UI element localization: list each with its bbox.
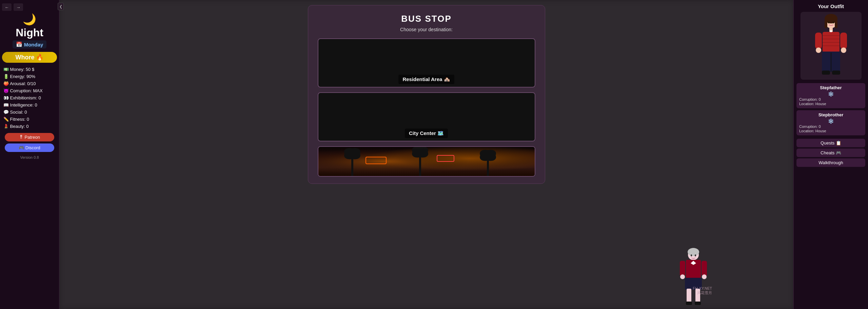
- svg-rect-61: [686, 302, 692, 305]
- time-label: Night: [16, 26, 43, 39]
- watermark-site: FH-XY.NET: [693, 286, 712, 290]
- svg-rect-80: [815, 33, 822, 49]
- svg-point-83: [841, 47, 846, 53]
- right-sidebar: Your Outfit: [793, 0, 868, 309]
- stat-fitness: ✏️ Fitness: 0: [2, 116, 57, 122]
- svg-point-88: [828, 21, 829, 23]
- watermark-brand: 风花雪月: [693, 290, 712, 295]
- walkthrough-button[interactable]: Walkthrough: [796, 158, 865, 167]
- left-sidebar: ← → ❮ 🌙 Night 📅 Monday Whore 🔥 💵 Money: …: [0, 0, 59, 309]
- stepfather-name: Stepfather: [799, 85, 863, 90]
- svg-rect-63: [680, 261, 685, 276]
- svg-rect-86: [822, 71, 830, 75]
- day-badge: 📅 Monday: [13, 40, 47, 49]
- stat-intelligence: 📖 Intelligence: 0: [2, 102, 57, 108]
- stepbrother-name: Stepbrother: [799, 112, 863, 117]
- svg-rect-81: [840, 33, 847, 49]
- back-button[interactable]: ←: [2, 3, 12, 11]
- svg-point-68: [695, 254, 696, 256]
- day-emoji: 📅: [16, 41, 22, 47]
- svg-rect-71: [825, 20, 827, 28]
- stepbrother-location: Location: House: [799, 129, 863, 133]
- watermark: FH-XY.NET 风花雪月: [693, 286, 712, 295]
- stat-corruption: 😈 Corruption: MAX: [2, 88, 57, 94]
- collapse-sidebar-button[interactable]: ❮: [58, 3, 64, 10]
- city-center-button[interactable]: City Center 🗺️: [318, 92, 535, 141]
- moon-icon: 🌙: [23, 13, 36, 26]
- whore-button[interactable]: Whore 🔥: [2, 52, 57, 63]
- residential-area-label: Residential Area 🏘️: [398, 75, 454, 84]
- svg-point-89: [832, 21, 834, 23]
- cheats-button[interactable]: Cheats 🎮: [796, 149, 865, 157]
- stepbrother-corruption: Corruption: 0: [799, 124, 863, 129]
- stat-social: 💬 Social: 0: [2, 109, 57, 115]
- svg-point-90: [830, 30, 832, 32]
- stepfather-corruption: Corruption: 0: [799, 97, 863, 101]
- svg-point-82: [816, 47, 821, 53]
- version-label: Version 0.8: [20, 155, 39, 159]
- night-image: [318, 147, 535, 176]
- night-district-button[interactable]: [318, 146, 535, 177]
- svg-rect-75: [823, 32, 840, 52]
- svg-rect-64: [702, 261, 707, 276]
- svg-point-55: [688, 248, 699, 256]
- day-label: Monday: [24, 42, 43, 47]
- stepbrother-card: Stepbrother ❄️ Corruption: 0 Location: H…: [796, 110, 865, 135]
- bus-stop-title: BUS STOP: [401, 14, 451, 24]
- forward-button[interactable]: →: [14, 3, 23, 11]
- svg-point-65: [680, 274, 685, 279]
- svg-point-67: [691, 254, 692, 256]
- stepfather-card: Stepfather ❄️ Corruption: 0 Location: Ho…: [796, 83, 865, 108]
- outfit-image-box: [801, 12, 862, 80]
- svg-rect-62: [695, 302, 701, 305]
- stepbrother-snowflake: ❄️: [799, 118, 863, 124]
- stat-energy: 🔋 Energy: 90%: [2, 73, 57, 80]
- city-center-label: City Center 🗺️: [405, 129, 448, 138]
- svg-rect-87: [832, 71, 840, 75]
- residential-area-button[interactable]: Residential Area 🏘️: [318, 38, 535, 88]
- stat-arousal: 🍑 Arousal: 0/10: [2, 80, 57, 87]
- patreon-button[interactable]: 🎖 Patreon: [5, 133, 54, 141]
- stat-beauty: 💄 Beauty: 0: [2, 123, 57, 130]
- bus-stop-subtitle: Choose your destination:: [400, 27, 453, 32]
- anime-character-figure: [676, 241, 717, 309]
- svg-rect-72: [835, 20, 837, 28]
- svg-rect-59: [687, 289, 691, 302]
- stepfather-location: Location: House: [799, 102, 863, 106]
- stepfather-snowflake: ❄️: [799, 91, 863, 97]
- stat-money: 💵 Money: 50 $: [2, 66, 57, 73]
- bus-stop-card: BUS STOP Choose your destination:: [308, 5, 545, 184]
- outfit-title: Your Outfit: [818, 3, 844, 9]
- discord-button[interactable]: 🎮 Discord: [5, 143, 54, 152]
- stat-exhibitionism: 👀 Exhibitionism: 0: [2, 95, 57, 101]
- quests-button[interactable]: Quests 📋: [796, 139, 865, 147]
- svg-point-66: [702, 274, 707, 279]
